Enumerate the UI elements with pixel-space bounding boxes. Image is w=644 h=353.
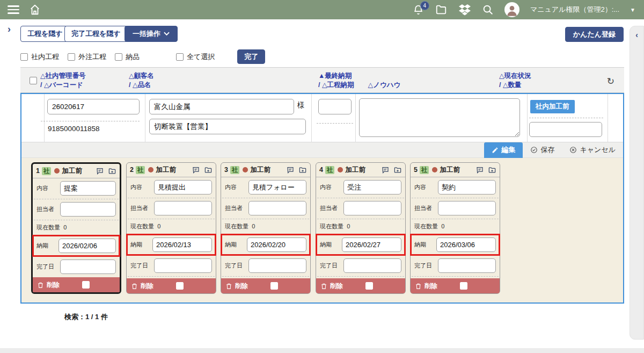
save-button[interactable]: 保存	[523, 142, 562, 158]
refresh-icon[interactable]: ↻	[607, 76, 614, 87]
folder-plus-icon[interactable]	[204, 166, 213, 174]
caret-down-icon[interactable]: ▼	[630, 7, 635, 13]
hamburger-menu-icon[interactable]	[8, 3, 19, 16]
folder-plus-icon[interactable]	[393, 166, 402, 174]
product-name-input[interactable]	[149, 119, 306, 134]
cancel-button[interactable]: キャンセル	[562, 142, 623, 158]
filter-outsourced-process[interactable]: 外注工程	[68, 52, 106, 62]
content-label: 内容	[320, 183, 343, 191]
chevron-down-icon	[164, 32, 170, 36]
completed-date-input[interactable]	[60, 260, 116, 274]
process-card-5[interactable]: 5 社 加工前 内容 担当者 現在数量 0 納期 完了日	[410, 162, 500, 294]
filter-internal-process[interactable]: 社内工程	[20, 52, 59, 62]
comment-icon[interactable]	[475, 166, 484, 174]
completed-date-input[interactable]	[343, 258, 401, 273]
checkbox-internal-process[interactable]	[20, 53, 28, 61]
filter-select-all[interactable]: 全て選択	[176, 52, 215, 62]
knowhow-textarea[interactable]	[359, 98, 520, 137]
trash-icon	[320, 283, 327, 290]
delete-checkbox[interactable]	[460, 282, 467, 290]
delete-checkbox[interactable]	[82, 281, 90, 289]
card-status: 加工前	[440, 165, 460, 175]
status-dot-icon	[338, 167, 343, 172]
assignee-input[interactable]	[343, 201, 401, 215]
assignee-input[interactable]	[60, 202, 116, 217]
chevron-left-icon[interactable]: ‹	[630, 31, 643, 39]
column-header-management-number[interactable]: △社内管理番号 / △バーコード	[40, 71, 86, 90]
content-input[interactable]	[154, 180, 212, 194]
pencil-icon	[492, 147, 499, 154]
column-header-knowhow[interactable]: △ノウハウ	[368, 81, 401, 89]
user-account-label[interactable]: マニュアル権限（管理2）:...	[530, 5, 619, 15]
completed-date-input[interactable]	[154, 258, 212, 273]
process-card-3[interactable]: 3 社 加工前 内容 担当者 現在数量 0 納期 完了日	[221, 162, 311, 294]
delete-bar[interactable]: 削除	[33, 277, 120, 292]
checkbox-outsourced-process[interactable]	[68, 53, 75, 61]
content-input[interactable]	[343, 180, 401, 194]
delete-bar[interactable]: 削除	[411, 278, 500, 293]
completed-date-input[interactable]	[438, 258, 496, 273]
final-due-date-input[interactable]	[318, 99, 352, 114]
due-date-input[interactable]	[247, 237, 306, 252]
hide-process-button[interactable]: 工程を隠す	[20, 26, 70, 42]
content-input[interactable]	[60, 181, 116, 196]
completed-date-input[interactable]	[248, 258, 306, 273]
easy-register-button[interactable]: かんたん登録	[565, 27, 624, 42]
delete-bar[interactable]: 削除	[127, 278, 216, 293]
quantity-input[interactable]	[529, 122, 602, 137]
edit-button[interactable]: 編集	[484, 142, 523, 158]
assignee-input[interactable]	[438, 201, 496, 215]
delete-checkbox[interactable]	[270, 282, 278, 290]
comment-icon[interactable]	[192, 166, 200, 174]
management-number-input[interactable]	[47, 99, 140, 114]
quantity-value: 0	[252, 223, 255, 229]
comment-icon[interactable]	[286, 166, 295, 174]
complete-button[interactable]: 完了	[237, 49, 265, 64]
completed-label: 完了日	[414, 262, 438, 270]
delete-checkbox[interactable]	[176, 282, 184, 290]
checkbox-delivery[interactable]	[115, 53, 122, 61]
header-select-checkbox[interactable]	[30, 77, 37, 84]
process-card-1[interactable]: 1 社 加工前 内容 担当者 現在数量 0 納期 完了日	[31, 162, 121, 294]
folder-plus-icon[interactable]	[488, 166, 496, 174]
folder-icon[interactable]	[435, 4, 448, 16]
due-date-input[interactable]	[58, 239, 116, 253]
folder-plus-icon[interactable]	[298, 166, 307, 174]
filter-delivery[interactable]: 納品	[115, 52, 140, 62]
delete-bar[interactable]: 削除	[316, 278, 405, 293]
process-card-4[interactable]: 4 社 加工前 内容 担当者 現在数量 0 納期 完了日	[316, 162, 406, 294]
due-date-input[interactable]	[152, 237, 212, 252]
comment-icon[interactable]	[381, 166, 390, 174]
delete-label[interactable]: 削除	[47, 280, 60, 290]
checkbox-select-all[interactable]	[176, 53, 184, 61]
avatar[interactable]	[504, 2, 519, 17]
delete-bar[interactable]: 削除	[221, 278, 310, 293]
customer-name-input[interactable]	[149, 99, 294, 114]
assignee-input[interactable]	[154, 201, 212, 215]
delete-label[interactable]: 削除	[330, 282, 343, 291]
assignee-input[interactable]	[248, 201, 306, 215]
column-header-status[interactable]: △現在状況 / △数量	[499, 71, 531, 90]
bulk-action-button[interactable]: 一括操作	[125, 26, 178, 42]
dropbox-icon[interactable]	[458, 4, 471, 16]
due-date-input[interactable]	[436, 237, 496, 252]
column-header-due-date[interactable]: ▲最終納期 / △工程納期△ノウハウ	[318, 71, 400, 90]
due-date-input[interactable]	[342, 237, 401, 252]
content-input[interactable]	[248, 180, 306, 194]
delete-checkbox[interactable]	[365, 282, 373, 290]
delete-label[interactable]: 削除	[235, 282, 248, 291]
search-icon[interactable]	[482, 4, 494, 16]
bell-icon[interactable]: 4	[413, 4, 424, 16]
home-icon[interactable]	[29, 4, 41, 16]
content-input[interactable]	[438, 180, 496, 194]
comment-icon[interactable]	[96, 167, 104, 175]
right-collapsed-panel[interactable]: ‹	[630, 26, 644, 340]
expand-panel-chevron-icon[interactable]: ›	[8, 24, 11, 35]
status-dot-icon	[432, 167, 437, 172]
delete-label[interactable]: 削除	[425, 282, 437, 291]
delete-label[interactable]: 削除	[141, 282, 153, 291]
folder-plus-icon[interactable]	[108, 167, 116, 175]
column-header-customer[interactable]: △顧客名 / △品名	[129, 71, 154, 90]
hide-completed-process-button[interactable]: 完了工程を隠す	[64, 26, 128, 42]
process-card-2[interactable]: 2 社 加工前 内容 担当者 現在数量 0 納期 完了日	[126, 162, 216, 294]
